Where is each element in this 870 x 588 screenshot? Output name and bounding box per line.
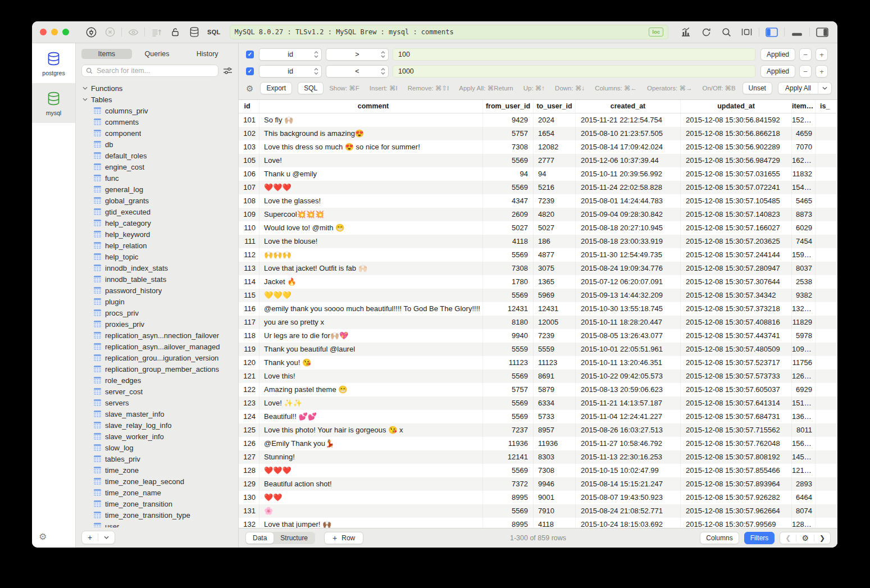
- filter-applied-button[interactable]: Applied: [760, 65, 795, 78]
- column-header-from-user-id[interactable]: from_user_id: [483, 100, 534, 113]
- cell-created-at[interactable]: 2015-11-24 22:02:58.828: [576, 181, 681, 194]
- cell-from-user-id[interactable]: 4118: [483, 235, 534, 248]
- filter-options-icon[interactable]: [223, 67, 233, 75]
- cell-to-user-id[interactable]: 6334: [534, 396, 576, 410]
- cell-to-user-id[interactable]: 8957: [534, 423, 576, 437]
- cell-to-user-id[interactable]: 11123: [534, 356, 576, 370]
- cell-item-id[interactable]: 7454: [792, 235, 816, 248]
- cell-id[interactable]: 129: [239, 477, 259, 491]
- table-row[interactable]: 129 Beautiful action shot! 7372 9946 201…: [239, 477, 837, 491]
- cell-is[interactable]: [816, 423, 837, 437]
- cell-id[interactable]: 107: [239, 181, 259, 194]
- cell-comment[interactable]: 🌸: [259, 504, 483, 518]
- filter-enabled-checkbox[interactable]: ✓: [246, 51, 254, 58]
- cell-item-id[interactable]: 11756: [792, 356, 816, 370]
- cell-item-id[interactable]: 15661: [792, 437, 816, 450]
- table-row[interactable]: 132 Love that jumper! 🙌🏾 8995 4118 2015-…: [239, 518, 837, 528]
- cell-created-at[interactable]: 2015-08-10 21:23:57.505: [576, 127, 681, 140]
- cell-item-id[interactable]: 8037: [792, 262, 816, 275]
- cell-is[interactable]: [816, 504, 837, 518]
- cell-is[interactable]: [816, 410, 837, 423]
- sidebar-table-item[interactable]: comments: [83, 116, 238, 127]
- cell-created-at[interactable]: 2015-09-13 14:44:32.209: [576, 289, 681, 302]
- add-row-button[interactable]: + Row: [324, 532, 363, 544]
- cell-from-user-id[interactable]: 5569: [483, 464, 534, 477]
- cell-to-user-id[interactable]: 5216: [534, 181, 576, 194]
- cell-from-user-id[interactable]: 5569: [483, 370, 534, 383]
- cell-updated-at[interactable]: 2015-12-08 15:30:57.443741: [681, 329, 792, 343]
- cell-item-id[interactable]: 11832: [792, 167, 816, 181]
- cell-item-id[interactable]: 10937: [792, 343, 816, 356]
- table-row[interactable]: 127 Stunning! 12141 8303 2015-11-13 22:3…: [239, 450, 837, 464]
- cell-comment[interactable]: Love this photo! Your hair is gorgeous 😘…: [259, 423, 483, 437]
- cell-id[interactable]: 120: [239, 356, 259, 370]
- analytics-icon[interactable]: [676, 25, 695, 39]
- cell-item-id[interactable]: 4659: [792, 127, 816, 140]
- sidebar-table-item[interactable]: time_zone: [83, 464, 238, 476]
- table-row[interactable]: 130 ❤️❤️ 8995 9001 2015-08-07 19:43:50.9…: [239, 491, 837, 504]
- cell-updated-at[interactable]: 2015-12-08 15:30:57.408816: [681, 316, 792, 329]
- cell-updated-at[interactable]: 2015-12-08 15:30:56.866218: [681, 127, 792, 140]
- sidebar-table-item[interactable]: password_history: [83, 285, 238, 296]
- cell-created-at[interactable]: 2015-08-24 19:09:34.776: [576, 262, 681, 275]
- cell-from-user-id[interactable]: 5569: [483, 504, 534, 518]
- cell-to-user-id[interactable]: 2777: [534, 154, 576, 167]
- cell-id[interactable]: 121: [239, 370, 259, 383]
- table-row[interactable]: 114 Jacket 🔥 1780 1365 2015-07-12 06:20:…: [239, 275, 837, 289]
- table-row[interactable]: 117 you are so pretty x 8180 12005 2015-…: [239, 316, 837, 329]
- table-row[interactable]: 125 Love this photo! Your hair is gorgeo…: [239, 423, 837, 437]
- cell-from-user-id[interactable]: 1780: [483, 275, 534, 289]
- cell-from-user-id[interactable]: 2609: [483, 208, 534, 221]
- cell-from-user-id[interactable]: 5569: [483, 289, 534, 302]
- cell-to-user-id[interactable]: 12082: [534, 140, 576, 154]
- settings-gear-icon[interactable]: ⚙: [39, 532, 47, 541]
- cell-from-user-id[interactable]: 9940: [483, 329, 534, 343]
- cell-created-at[interactable]: 2015-11-27 10:58:46.792: [576, 437, 681, 450]
- cell-to-user-id[interactable]: 12431: [534, 302, 576, 316]
- cell-id[interactable]: 124: [239, 410, 259, 423]
- cell-to-user-id[interactable]: 9946: [534, 477, 576, 491]
- sidebar-table-item[interactable]: help_topic: [83, 251, 238, 262]
- cell-id[interactable]: 126: [239, 437, 259, 450]
- cell-updated-at[interactable]: 2015-12-08 15:30:57.166027: [681, 221, 792, 235]
- cell-id[interactable]: 130: [239, 491, 259, 504]
- filter-operator-select[interactable]: <: [326, 65, 389, 78]
- cell-is[interactable]: [816, 450, 837, 464]
- table-row[interactable]: 126 @Emily Thank you💃 11936 11936 2015-1…: [239, 437, 837, 450]
- cell-comment[interactable]: ❤️❤️: [259, 491, 483, 504]
- sidebar-table-item[interactable]: default_roles: [83, 150, 238, 161]
- table-row[interactable]: 108 Love the glasses! 4347 7239 2015-08-…: [239, 194, 837, 208]
- cell-updated-at[interactable]: 2015-12-08 15:30:57.808192: [681, 450, 792, 464]
- cell-updated-at[interactable]: 2015-12-08 15:30:57.962664: [681, 504, 792, 518]
- cell-updated-at[interactable]: 2015-12-08 15:30:56.841592: [681, 113, 792, 127]
- column-header-id[interactable]: id: [239, 100, 259, 113]
- sidebar-table-item[interactable]: db: [83, 139, 238, 150]
- cell-comment[interactable]: @emily thank you soooo much beautiful!!!…: [259, 302, 483, 316]
- toggle-left-panel-icon[interactable]: [762, 25, 781, 39]
- cell-created-at[interactable]: 2015-08-24 21:08:52.771: [576, 504, 681, 518]
- cell-created-at[interactable]: 2015-11-04 12:24:41.227: [576, 410, 681, 423]
- cell-comment[interactable]: Love this!: [259, 370, 483, 383]
- cell-comment[interactable]: Love the glasses!: [259, 194, 483, 208]
- table-row[interactable]: 116 @emily thank you soooo much beautifu…: [239, 302, 837, 316]
- table-row[interactable]: 119 Thank you beautiful @laurel 5559 555…: [239, 343, 837, 356]
- cell-created-at[interactable]: 2015-10-24 18:15:03.692: [576, 518, 681, 528]
- cell-id[interactable]: 112: [239, 248, 259, 262]
- cell-id[interactable]: 115: [239, 289, 259, 302]
- sidebar-table-item[interactable]: replication_asyn...nnection_failover: [83, 330, 238, 341]
- cell-to-user-id[interactable]: 5559: [534, 343, 576, 356]
- column-header-created-at[interactable]: created_at: [576, 100, 681, 113]
- sidebar-table-item[interactable]: user: [83, 521, 238, 527]
- cell-from-user-id[interactable]: 5569: [483, 396, 534, 410]
- cell-comment[interactable]: Supercool💥💥💥: [259, 208, 483, 221]
- cell-to-user-id[interactable]: 5733: [534, 410, 576, 423]
- sidebar-table-item[interactable]: help_category: [83, 217, 238, 229]
- cell-comment[interactable]: @Emily Thank you💃: [259, 437, 483, 450]
- cell-id[interactable]: 111: [239, 235, 259, 248]
- cell-comment[interactable]: Beautiful!! 💕💕: [259, 410, 483, 423]
- cell-comment[interactable]: Love this dress so much 😍 so nice for su…: [259, 140, 483, 154]
- cell-is[interactable]: [816, 127, 837, 140]
- cell-comment[interactable]: Beautiful action shot!: [259, 477, 483, 491]
- cell-created-at[interactable]: 2015-07-12 06:20:07.091: [576, 275, 681, 289]
- cell-item-id[interactable]: 15451: [792, 181, 816, 194]
